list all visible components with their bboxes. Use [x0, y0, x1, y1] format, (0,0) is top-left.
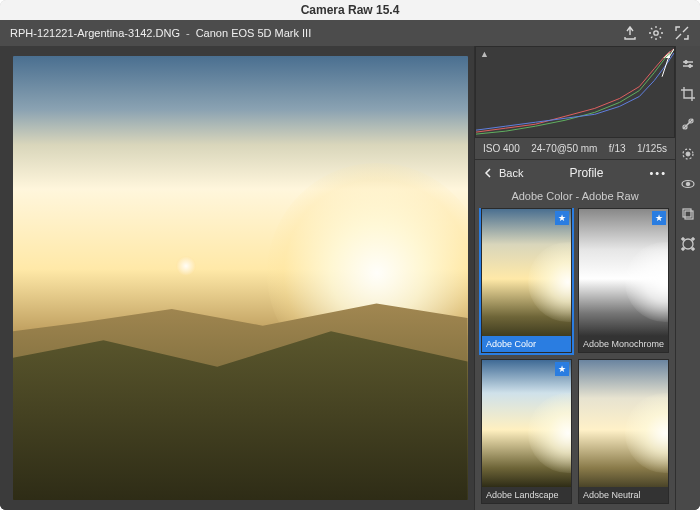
svg-rect-9	[683, 209, 691, 217]
profile-grid: ★ Adobe Color ★ Adobe Monochrome ★ Adobe…	[475, 208, 675, 510]
edit-icon[interactable]	[680, 56, 696, 72]
profile-label: Adobe Neutral	[579, 487, 668, 503]
settings-icon[interactable]	[648, 25, 664, 41]
svg-point-6	[686, 152, 690, 156]
profile-adobe-color[interactable]: ★ Adobe Color	[481, 208, 572, 353]
svg-point-1	[685, 61, 688, 64]
svg-point-12	[682, 238, 685, 241]
exif-shutter: 1/125s	[637, 143, 667, 154]
tool-rail	[675, 46, 700, 510]
titlebar: Camera Raw 15.4	[0, 0, 700, 20]
profile-label: Adobe Landscape	[482, 487, 571, 503]
exif-bar: ISO 400 24-70@50 mm f/13 1/125s	[475, 138, 675, 160]
star-icon[interactable]: ★	[555, 211, 569, 225]
profile-label: Adobe Color	[482, 336, 571, 352]
svg-rect-10	[685, 211, 693, 219]
exif-aperture: f/13	[609, 143, 626, 154]
svg-point-14	[682, 248, 685, 251]
right-panel: ▲ ◢ ISO 400 24-70@50 mm f/13 1/125s Ba	[474, 46, 675, 510]
top-toolbar: RPH-121221-Argentina-3142.DNG - Canon EO…	[0, 20, 700, 46]
svg-point-2	[689, 65, 692, 68]
exif-lens: 24-70@50 mm	[531, 143, 597, 154]
star-icon[interactable]: ★	[555, 362, 569, 376]
svg-point-8	[686, 182, 690, 186]
profile-label: Adobe Monochrome	[579, 336, 668, 352]
svg-point-13	[692, 238, 695, 241]
more-tools-icon[interactable]	[680, 236, 696, 252]
file-name: RPH-121221-Argentina-3142.DNG	[10, 27, 180, 39]
workarea: ▲ ◢ ISO 400 24-70@50 mm f/13 1/125s Ba	[0, 46, 700, 510]
profile-adobe-neutral[interactable]: Adobe Neutral	[578, 359, 669, 504]
svg-point-15	[692, 248, 695, 251]
app-window: Camera Raw 15.4 RPH-121221-Argentina-314…	[0, 0, 700, 510]
svg-point-11	[683, 239, 693, 249]
profile-adobe-landscape[interactable]: ★ Adobe Landscape	[481, 359, 572, 504]
heal-icon[interactable]	[680, 116, 696, 132]
crop-icon[interactable]	[680, 86, 696, 102]
mask-icon[interactable]	[680, 146, 696, 162]
back-button[interactable]: Back	[483, 167, 523, 179]
export-icon[interactable]	[622, 25, 638, 41]
exif-iso: ISO 400	[483, 143, 520, 154]
back-label: Back	[499, 167, 523, 179]
panel-title: Profile	[523, 166, 649, 180]
panel-more-icon[interactable]: •••	[649, 167, 667, 179]
profile-adobe-monochrome[interactable]: ★ Adobe Monochrome	[578, 208, 669, 353]
redeye-icon[interactable]	[680, 176, 696, 192]
star-icon[interactable]: ★	[652, 211, 666, 225]
profile-subtitle: Adobe Color - Adobe Raw	[475, 186, 675, 208]
file-separator: -	[186, 27, 190, 39]
fullscreen-icon[interactable]	[674, 25, 690, 41]
camera-model: Canon EOS 5D Mark III	[196, 27, 312, 39]
svg-point-0	[654, 31, 658, 35]
app-title: Camera Raw 15.4	[301, 3, 400, 17]
preset-stack-icon[interactable]	[680, 206, 696, 222]
panel-header: Back Profile •••	[475, 160, 675, 186]
main-photo	[13, 56, 468, 500]
image-canvas[interactable]	[0, 46, 474, 510]
histogram[interactable]: ▲ ◢	[475, 46, 675, 138]
